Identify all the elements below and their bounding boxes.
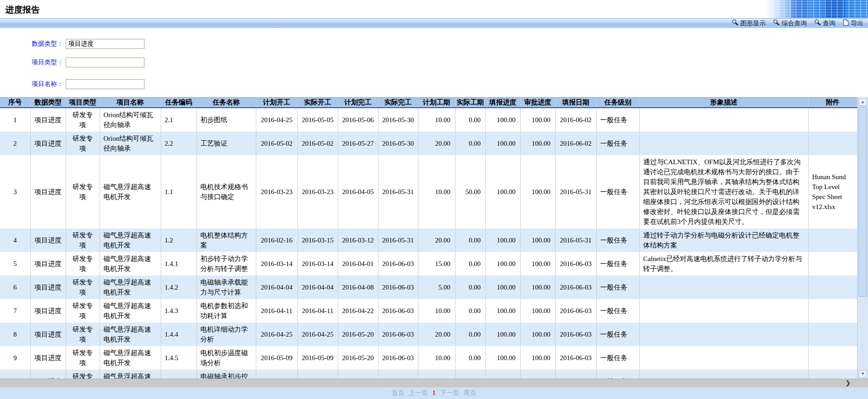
table-cell: 7: [0, 299, 30, 323]
query-button[interactable]: 查询: [814, 19, 835, 28]
table-header-row: 序号数据类型项目类型项目名称任务编码任务名称计划开工实际开工计划完工实际完工计划…: [0, 98, 857, 108]
table-row[interactable]: 7项目进度研发专项磁气悬浮超高速电机开发1.4.3电机参数初选和功耗计算2016…: [0, 299, 857, 323]
table-cell: 1.1: [161, 155, 197, 228]
table-cell: 一般任务: [596, 370, 639, 379]
table-cell: 2016-06-02: [555, 108, 596, 132]
table-cell: 磁气悬浮超高速电机开发: [100, 252, 161, 276]
horizontal-scrollbar[interactable]: ❯: [0, 379, 868, 387]
scroll-right-icon[interactable]: ❯: [843, 380, 854, 387]
table-row[interactable]: 5项目进度研发专项磁气悬浮超高速电机开发1.4.1初步转子动力学分析与转子调整2…: [0, 252, 857, 276]
data-type-label: 数据类型：: [0, 40, 63, 48]
table-cell: 2016-04-08: [338, 276, 378, 299]
table-row[interactable]: 9项目进度研发专项磁气悬浮超高速电机开发1.4.5电机初步温度磁场分析2016-…: [0, 346, 857, 370]
table-cell: 初步图纸: [197, 108, 256, 132]
table-cell: 2016-04-11: [297, 299, 338, 323]
current-page-number[interactable]: 1: [432, 390, 436, 397]
table-cell: 2016-06-03: [378, 276, 418, 299]
table-cell: Orion结构可倾瓦径向轴承: [100, 108, 161, 132]
table-cell: 电磁轴承初步控制: [197, 370, 256, 379]
table-cell: 100.00: [520, 276, 555, 299]
table-cell: 2016-04-01: [338, 252, 378, 276]
column-header: 项目类型: [66, 98, 100, 108]
table-cell: 2016-04-05: [338, 155, 378, 228]
table-cell: 100.00: [520, 252, 555, 276]
table-cell: 电机初步温度磁场分析: [197, 346, 256, 370]
table-cell: [808, 132, 857, 155]
table-cell: 1: [0, 108, 30, 132]
table-cell: 2016-06-03: [378, 299, 418, 323]
table-cell: 0.00: [455, 132, 485, 155]
table-cell: 研发专项: [66, 155, 100, 228]
table-row[interactable]: 3项目进度研发专项磁气悬浮超高速电机开发1.1电机技术规格书与接口确定2016-…: [0, 155, 857, 228]
column-header: 实际完工: [378, 98, 418, 108]
scroll-up-icon[interactable]: ▲: [858, 98, 867, 106]
project-name-input[interactable]: [66, 79, 144, 89]
combined-query-button[interactable]: 综合查询: [773, 19, 807, 28]
table-cell: 0.00: [455, 108, 485, 132]
vertical-scroll-thumb[interactable]: [858, 107, 867, 297]
report-table: 序号数据类型项目类型项目名称任务编码任务名称计划开工实际开工计划完工实际完工计划…: [0, 97, 858, 379]
table-cell: 2016-03-15: [297, 228, 338, 252]
table-cell: 0.00: [455, 346, 485, 370]
table-cell: 2016-04-04: [256, 276, 297, 299]
column-header: 填报日期: [555, 98, 596, 108]
table-cell: 2016-06-03: [555, 299, 596, 323]
prev-page-link[interactable]: 上一页: [409, 389, 428, 397]
magnifier-icon: [773, 19, 780, 28]
table-row[interactable]: 8项目进度研发专项磁气悬浮超高速电机开发1.4.4电机详细动力学分析2016-0…: [0, 323, 857, 346]
table-cell: 2016-06-02: [555, 132, 596, 155]
table-cell: [808, 228, 857, 252]
table-row[interactable]: 10项目进度研发专项磁气悬浮超高速电机开发1.4.6电磁轴承初步控制2016-0…: [0, 370, 857, 379]
column-header: 项目名称: [100, 98, 161, 108]
table-cell: Calnetix已经对高速电机系统进行了转子动力学分析与转子调整。: [639, 252, 808, 276]
table-cell: 2016-05-27: [338, 132, 378, 155]
column-header: 实际工期: [455, 98, 485, 108]
data-type-input[interactable]: [66, 39, 144, 49]
table-cell: 1.4.1: [161, 252, 197, 276]
export-button[interactable]: 导出: [843, 19, 863, 28]
graph-display-button[interactable]: 图形显示: [732, 19, 766, 28]
table-cell: 0.00: [455, 276, 485, 299]
table-cell: 100.00: [485, 323, 520, 346]
table-cell: 项目进度: [30, 155, 66, 228]
table-cell: 3: [0, 155, 30, 228]
table-cell: [808, 108, 857, 132]
first-page-link[interactable]: 首页: [392, 389, 404, 397]
table-cell: 4: [0, 228, 30, 252]
table-cell: 2016-05-30: [378, 132, 418, 155]
table-cell: 2016-02-16: [256, 228, 297, 252]
table-row[interactable]: 6项目进度研发专项磁气悬浮超高速电机开发1.4.2电磁轴承承载能力与尺寸计算20…: [0, 276, 857, 299]
vertical-scrollbar[interactable]: ▲ ▼: [857, 97, 868, 379]
table-cell: 1.2: [161, 228, 197, 252]
table-cell: 磁气悬浮超高速电机开发: [100, 299, 161, 323]
last-page-link[interactable]: 尾页: [464, 389, 476, 397]
table-cell: 通过与CALNETIX、OFM以及河北乐恒进行了多次沟通讨论已完成电机技术规格书…: [639, 155, 808, 228]
table-cell: 2016-05-13: [297, 370, 338, 379]
table-row[interactable]: 2项目进度研发专项Orion结构可倾瓦径向轴承2.2工艺验证2016-05-02…: [0, 132, 857, 155]
project-type-label: 项目类型：: [0, 58, 63, 66]
table-cell: 100.00: [485, 132, 520, 155]
table-cell: 10.00: [418, 346, 455, 370]
table-cell: 2016-05-31: [378, 155, 418, 228]
table-cell: 初步转子动力学分析与转子调整: [197, 252, 256, 276]
table-cell: 2016-04-22: [338, 299, 378, 323]
table-cell: 2016-04-11: [256, 299, 297, 323]
table-cell: 2016-06-03: [555, 276, 596, 299]
table-row[interactable]: 1项目进度研发专项Orion结构可倾瓦径向轴承2.1初步图纸2016-04-25…: [0, 108, 857, 132]
table-cell: 2016-06-03: [555, 323, 596, 346]
column-header: 任务名称: [197, 98, 256, 108]
toolbar: 图形显示 综合查询 查询 导出: [0, 18, 868, 28]
table-cell: 20.00: [418, 323, 455, 346]
project-type-input[interactable]: [66, 57, 144, 67]
table-cell: 0.00: [455, 228, 485, 252]
next-page-link[interactable]: 下一页: [440, 389, 459, 397]
table-cell: [639, 108, 808, 132]
table-cell: Orion结构可倾瓦径向轴承: [100, 132, 161, 155]
scroll-down-icon[interactable]: ▼: [858, 370, 867, 378]
building-banner-image: [766, 0, 868, 18]
table-cell: 2016-05-20: [338, 346, 378, 370]
table-cell: 1.4.6: [161, 370, 197, 379]
column-header: 附件: [808, 98, 857, 108]
table-cell: 2016-04-25: [297, 323, 338, 346]
table-row[interactable]: 4项目进度研发专项磁气悬浮超高速电机开发1.2电机整体结构方案2016-02-1…: [0, 228, 857, 252]
